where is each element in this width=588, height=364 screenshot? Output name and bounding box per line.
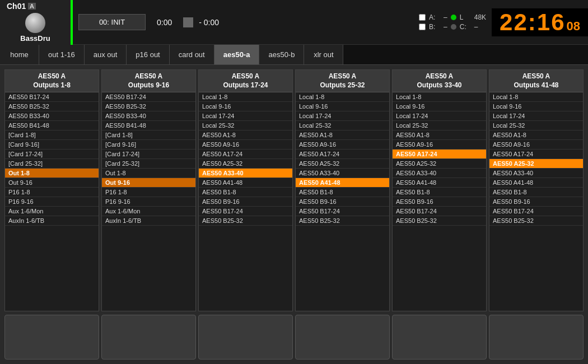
list-item[interactable]: AES50 B1-8: [199, 188, 292, 197]
bottom-button-4[interactable]: [392, 315, 487, 360]
list-item[interactable]: P16 1-8: [5, 188, 99, 197]
list-item[interactable]: AES50 A9-16: [489, 140, 583, 150]
list-item[interactable]: AuxIn 1-6/TB: [5, 216, 99, 226]
list-item[interactable]: AES50 A17-24: [489, 150, 583, 159]
list-item[interactable]: AES50 A9-16: [296, 140, 389, 150]
list-item[interactable]: AES50 A41-48: [296, 178, 389, 188]
list-item[interactable]: AES50 B1-8: [393, 188, 486, 197]
list-item[interactable]: Aux 1-6/Mon: [102, 207, 195, 216]
list-item[interactable]: AES50 A41-48: [199, 178, 292, 188]
list-item[interactable]: Local 1-8: [199, 92, 292, 102]
list-item[interactable]: AES50 B25-32: [5, 102, 99, 111]
list-item[interactable]: P16 9-16: [5, 197, 99, 207]
list-item[interactable]: [Card 25-32]: [5, 159, 99, 169]
list-item[interactable]: AES50 A9-16: [393, 140, 486, 150]
status-a-checkbox[interactable]: [419, 14, 426, 21]
list-item[interactable]: AES50 A17-24: [199, 150, 292, 159]
nav-tab-xlr-out[interactable]: xlr out: [304, 45, 343, 64]
nav-tab-aux-out[interactable]: aux out: [85, 45, 127, 64]
list-item[interactable]: AES50 A25-32: [296, 159, 389, 169]
list-item[interactable]: AES50 A25-32: [393, 159, 486, 169]
list-item[interactable]: Local 9-16: [489, 102, 583, 111]
list-item[interactable]: AES50 A1-8: [296, 130, 389, 140]
bottom-button-0[interactable]: [4, 315, 99, 360]
bottom-button-1[interactable]: [101, 315, 196, 360]
list-item[interactable]: AES50 B9-16: [489, 197, 583, 207]
list-item[interactable]: Out 9-16: [5, 178, 99, 188]
nav-tab-p16-out[interactable]: p16 out: [127, 45, 169, 64]
list-item[interactable]: [Card 1-8]: [5, 130, 99, 140]
list-item[interactable]: [Card 1-8]: [102, 130, 195, 140]
transport-stop-icon[interactable]: [183, 17, 193, 27]
bottom-button-3[interactable]: [295, 315, 390, 360]
list-item[interactable]: AES50 A1-8: [393, 130, 486, 140]
status-b-checkbox[interactable]: [419, 24, 426, 30]
nav-tab-home[interactable]: home: [0, 45, 39, 64]
list-item[interactable]: AES50 A33-40: [296, 169, 389, 178]
list-item[interactable]: [Card 9-16]: [102, 140, 195, 150]
list-item[interactable]: Local 17-24: [393, 111, 486, 121]
list-item[interactable]: AES50 B17-24: [296, 207, 389, 216]
list-item[interactable]: Local 25-32: [393, 121, 486, 130]
list-item[interactable]: AES50 B9-16: [296, 197, 389, 207]
list-item[interactable]: Out 1-8: [102, 169, 195, 178]
list-item[interactable]: Local 9-16: [199, 102, 292, 111]
list-item[interactable]: AES50 B17-24: [102, 92, 195, 102]
list-item[interactable]: AES50 B25-32: [296, 216, 389, 226]
bottom-button-2[interactable]: [198, 315, 293, 360]
list-item[interactable]: AES50 B17-24: [199, 207, 292, 216]
list-item[interactable]: [Card 17-24]: [102, 150, 195, 159]
list-item[interactable]: AES50 A33-40: [199, 169, 292, 178]
list-item[interactable]: Aux 1-6/Mon: [5, 207, 99, 216]
list-item[interactable]: AES50 B25-32: [102, 102, 195, 111]
list-item[interactable]: AES50 A17-24: [393, 150, 486, 159]
list-item[interactable]: Local 1-8: [393, 92, 486, 102]
list-item[interactable]: Local 9-16: [393, 102, 486, 111]
list-item[interactable]: Local 1-8: [489, 92, 583, 102]
list-item[interactable]: AES50 B41-48: [5, 121, 99, 130]
list-item[interactable]: AES50 B1-8: [296, 188, 389, 197]
list-item[interactable]: Out 1-8: [5, 169, 99, 178]
list-item[interactable]: AES50 B17-24: [489, 207, 583, 216]
list-item[interactable]: AES50 A25-32: [489, 159, 583, 169]
list-item[interactable]: Local 25-32: [199, 121, 292, 130]
list-item[interactable]: AES50 A9-16: [199, 140, 292, 150]
list-item[interactable]: P16 9-16: [102, 197, 195, 207]
list-item[interactable]: AES50 B17-24: [5, 92, 99, 102]
list-item[interactable]: AES50 A33-40: [393, 169, 486, 178]
list-item[interactable]: AES50 B33-40: [102, 111, 195, 121]
list-item[interactable]: AES50 A41-48: [489, 178, 583, 188]
list-item[interactable]: Local 9-16: [296, 102, 389, 111]
list-item[interactable]: Local 17-24: [296, 111, 389, 121]
list-item[interactable]: P16 1-8: [102, 188, 195, 197]
list-item[interactable]: AES50 A41-48: [393, 178, 486, 188]
list-item[interactable]: AES50 B25-32: [393, 216, 486, 226]
list-item[interactable]: AES50 B41-48: [102, 121, 195, 130]
list-item[interactable]: Local 25-32: [296, 121, 389, 130]
list-item[interactable]: AES50 A25-32: [199, 159, 292, 169]
nav-tab-out1-16[interactable]: out 1-16: [39, 45, 85, 64]
list-item[interactable]: [Card 17-24]: [5, 150, 99, 159]
list-item[interactable]: [Card 25-32]: [102, 159, 195, 169]
list-item[interactable]: Local 17-24: [489, 111, 583, 121]
list-item[interactable]: Local 25-32: [489, 121, 583, 130]
nav-tab-aes50-b[interactable]: aes50-b: [259, 45, 304, 64]
list-item[interactable]: AES50 A17-24: [296, 150, 389, 159]
list-item[interactable]: Local 17-24: [199, 111, 292, 121]
list-item[interactable]: AuxIn 1-6/TB: [102, 216, 195, 226]
bottom-button-5[interactable]: [489, 315, 584, 360]
list-item[interactable]: AES50 B25-32: [199, 216, 292, 226]
list-item[interactable]: AES50 A1-8: [489, 130, 583, 140]
list-item[interactable]: [Card 9-16]: [5, 140, 99, 150]
nav-tab-card-out[interactable]: card out: [170, 45, 214, 64]
nav-tab-aes50-a[interactable]: aes50-a: [214, 45, 260, 64]
list-item[interactable]: AES50 B17-24: [393, 207, 486, 216]
list-item[interactable]: AES50 B33-40: [5, 111, 99, 121]
list-item[interactable]: AES50 B9-16: [199, 197, 292, 207]
list-item[interactable]: AES50 A33-40: [489, 169, 583, 178]
list-item[interactable]: AES50 A1-8: [199, 130, 292, 140]
list-item[interactable]: AES50 B25-32: [489, 216, 583, 226]
list-item[interactable]: AES50 B9-16: [393, 197, 486, 207]
list-item[interactable]: Out 9-16: [102, 178, 195, 188]
list-item[interactable]: Local 1-8: [296, 92, 389, 102]
